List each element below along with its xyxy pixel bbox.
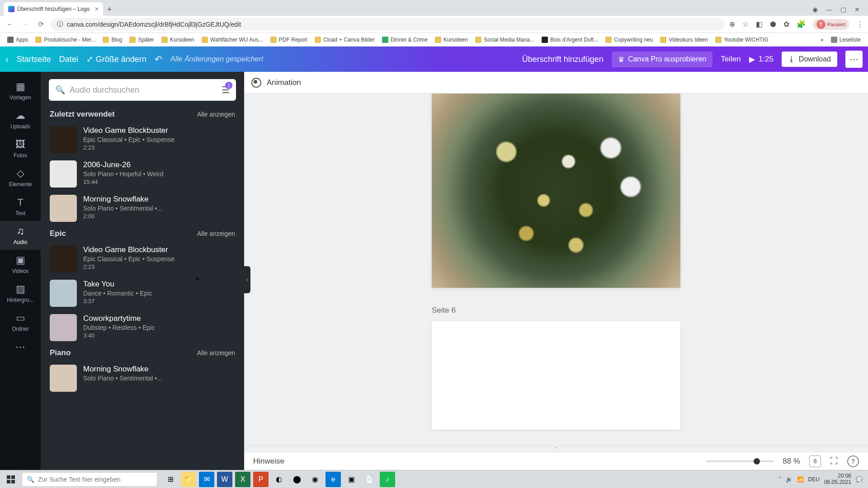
clock[interactable]: 20:06 06.05.2021 xyxy=(824,473,851,485)
animation-icon[interactable] xyxy=(251,78,261,88)
mail-icon[interactable]: ✉ xyxy=(199,472,214,487)
collapse-panel-button[interactable]: ‹ xyxy=(244,266,250,293)
rail-more[interactable]: ⋯ xyxy=(0,337,41,357)
wifi-icon[interactable]: 📶 xyxy=(797,476,804,483)
canvas-page-5[interactable] xyxy=(432,94,680,288)
ext-3-icon[interactable]: ✿ xyxy=(783,20,789,28)
try-pro-button[interactable]: ♛Canva Pro ausprobieren xyxy=(612,52,712,67)
audio-track[interactable]: Coworkpartytime Dubstep • Restless • Epi… xyxy=(41,310,244,345)
menu-icon[interactable]: ⋮ xyxy=(856,20,863,28)
new-tab-button[interactable]: + xyxy=(103,3,116,16)
filter-icon[interactable]: ☰1 xyxy=(222,84,230,95)
show-all-link[interactable]: Alle anzeigen xyxy=(197,111,235,118)
slider-knob[interactable] xyxy=(754,458,760,465)
bookmark-item[interactable]: Social Media Mana... xyxy=(472,36,537,44)
tray-chevron-icon[interactable]: ˄ xyxy=(778,476,781,483)
bookmark-item[interactable]: PDF Report xyxy=(268,36,310,44)
bookmark-item[interactable]: Wahlfächer WU Aus... xyxy=(199,36,266,44)
bookmark-item[interactable]: Cload + Canva Bilder xyxy=(312,36,377,44)
animation-label[interactable]: Animation xyxy=(267,78,301,87)
more-menu-button[interactable]: ⋯ xyxy=(845,51,863,68)
chrome-icon[interactable]: ◉ xyxy=(307,472,323,487)
powerpoint-icon[interactable]: P xyxy=(253,472,269,487)
explorer-icon[interactable]: 📁 xyxy=(181,472,196,487)
download-button[interactable]: ⭳Download xyxy=(782,52,837,67)
volume-icon[interactable]: 🔊 xyxy=(786,476,793,483)
bookmark-apps[interactable]: Apps xyxy=(5,36,31,44)
play-button[interactable]: ▶1:25 xyxy=(749,55,774,64)
fullscreen-icon[interactable]: ⛶ xyxy=(830,456,838,466)
excel-icon[interactable]: X xyxy=(235,472,250,487)
bookmark-item[interactable]: Produktsuche - Mer... xyxy=(33,36,98,44)
audio-track[interactable]: Video Game Blockbuster Epic Classical • … xyxy=(41,122,244,157)
zoom-slider[interactable] xyxy=(706,460,774,462)
show-all-link[interactable]: Alle anzeigen xyxy=(197,230,235,237)
language-indicator[interactable]: DEU xyxy=(808,476,820,483)
task-view-icon[interactable]: ⊞ xyxy=(163,472,178,487)
app-icon-2[interactable]: ▣ xyxy=(344,472,359,487)
start-button[interactable] xyxy=(2,471,20,488)
bookmark-item[interactable]: Kursideen xyxy=(159,36,197,44)
audio-track[interactable]: Morning Snowflake Solo Piano • Sentiment… xyxy=(41,361,244,395)
edge-icon[interactable]: e xyxy=(326,472,341,487)
browser-tab[interactable]: Überschrift hinzufügen – Logo × xyxy=(4,2,103,16)
show-all-link[interactable]: Alle anzeigen xyxy=(197,349,235,357)
account-icon[interactable]: ◉ xyxy=(812,6,818,13)
maximize-icon[interactable]: ▢ xyxy=(840,6,846,13)
rail-audio[interactable]: ♫Audio xyxy=(0,221,41,250)
help-icon[interactable]: ? xyxy=(847,455,859,467)
minimize-icon[interactable]: — xyxy=(826,6,832,13)
bookmark-item[interactable]: Leseliste xyxy=(828,36,863,44)
notepad-icon[interactable]: 📄 xyxy=(362,472,377,487)
timeline-collapse[interactable]: ⌃ xyxy=(244,446,868,452)
audio-track[interactable]: Morning Snowflake Solo Piano • Sentiment… xyxy=(41,191,244,225)
canvas-page-6[interactable] xyxy=(432,321,680,430)
word-icon[interactable]: W xyxy=(217,472,232,487)
extension-paused[interactable]: T Pausiert xyxy=(813,19,849,30)
ext-2-icon[interactable]: ⬢ xyxy=(770,20,776,28)
rail-folders[interactable]: ▭Ordner xyxy=(0,308,41,337)
rail-uploads[interactable]: ☁Uploads xyxy=(0,105,41,134)
bookmark-item[interactable]: Videokurs Ideen xyxy=(657,36,711,44)
app-icon[interactable]: ◐ xyxy=(271,472,287,487)
bookmark-item[interactable]: Youtube WICHTIG xyxy=(712,36,771,44)
rail-templates[interactable]: ▦Vorlagen xyxy=(0,76,41,105)
taskbar-search[interactable]: 🔍Zur Suche Text hier eingeben xyxy=(22,472,157,487)
rail-text[interactable]: TText xyxy=(0,192,41,221)
rail-videos[interactable]: ▣Videos xyxy=(0,250,41,279)
ext-1-icon[interactable]: ◧ xyxy=(756,20,763,28)
bookmark-overflow[interactable]: » xyxy=(818,36,826,44)
notifications-icon[interactable]: 💬 xyxy=(856,476,863,483)
rail-elements[interactable]: ◇Elemente xyxy=(0,163,41,192)
bookmark-item[interactable]: Copywriting neu xyxy=(603,36,656,44)
page-indicator[interactable]: 6 xyxy=(809,455,821,467)
spotify-icon[interactable]: ♪ xyxy=(380,472,395,487)
share-button[interactable]: Teilen xyxy=(721,55,741,64)
undo-icon[interactable]: ↶ xyxy=(155,54,162,65)
bookmark-item[interactable]: Später xyxy=(127,36,156,44)
audio-track[interactable]: 2006-June-26 Solo Piano • Hopeful • Weir… xyxy=(41,157,244,191)
bookmark-item[interactable]: Blog xyxy=(100,36,125,44)
rail-photos[interactable]: 🖼Fotos xyxy=(0,134,41,163)
obs-icon[interactable]: ⬤ xyxy=(289,472,305,487)
bookmark-item[interactable]: Dinner & Crime xyxy=(379,36,430,44)
file-menu[interactable]: Datei xyxy=(59,55,78,64)
close-icon[interactable]: × xyxy=(95,5,99,13)
bookmark-item[interactable]: Bois d'Argent Duft... xyxy=(539,36,601,44)
star-icon[interactable]: ☆ xyxy=(742,20,749,28)
home-link[interactable]: Startseite xyxy=(17,55,51,64)
audio-track[interactable]: Video Game Blockbuster Epic Classical • … xyxy=(41,242,244,276)
back-icon[interactable]: ← xyxy=(5,20,15,28)
resize-button[interactable]: ⤢Größe ändern xyxy=(86,54,146,64)
zoom-lens-icon[interactable]: ⊕ xyxy=(729,20,735,28)
audio-track[interactable]: Take You Dance • Romantic • Epic 3:37 xyxy=(41,276,244,310)
document-title[interactable]: Überschrift hinzufügen xyxy=(522,55,604,64)
close-window-icon[interactable]: ✕ xyxy=(854,6,860,13)
address-bar[interactable]: ⓘ canva.com/design/DAEdomzscjl/drBfjHdCo… xyxy=(51,18,725,31)
ext-puzzle-icon[interactable]: 🧩 xyxy=(797,20,806,28)
reload-icon[interactable]: ⟳ xyxy=(35,20,46,28)
canvas-stage[interactable]: Seite 6 xyxy=(244,94,868,446)
rail-background[interactable]: ▨Hintergru... xyxy=(0,279,41,308)
notes-button[interactable]: Hinweise xyxy=(253,457,284,466)
bookmark-item[interactable]: Kursideen xyxy=(432,36,471,44)
